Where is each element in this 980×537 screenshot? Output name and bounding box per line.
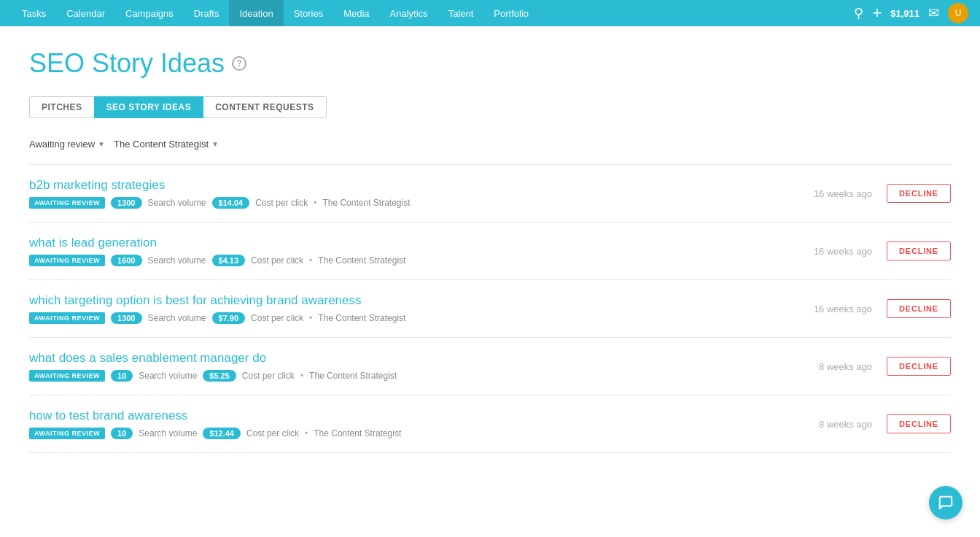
search-volume-badge: 1300 [111,197,141,209]
cpc-badge: $4.13 [212,255,246,266]
nav-item-media[interactable]: Media [333,0,379,26]
story-item: how to test brand awareness AWAITING REV… [29,395,951,453]
story-right: 16 weeks ago DECLINE [769,299,951,318]
mail-icon[interactable]: ✉ [928,5,939,21]
page-title-row: SEO Story Ideas ? [29,48,951,79]
tab-pitches[interactable]: PITCHES [29,96,95,118]
story-item: what does a sales enablement manager do … [29,338,951,395]
story-left: how to test brand awareness AWAITING REV… [29,409,769,439]
story-title-link[interactable]: b2b marketing strategies [29,178,769,193]
story-meta: AWAITING REVIEW 1300 Search volume $14.0… [29,197,769,209]
filters: Awaiting review ▼ The Content Strategist… [29,139,951,150]
source-label: The Content Strategist [314,428,401,439]
story-list: b2b marketing strategies AWAITING REVIEW… [29,165,951,453]
search-volume-badge: 10 [111,428,133,439]
source-filter[interactable]: The Content Strategist ▼ [114,139,219,150]
tab-content-requests[interactable]: CONTENT REQUESTS [203,96,326,118]
cpc-badge: $7.90 [212,312,246,324]
nav-item-tasks[interactable]: Tasks [12,0,56,26]
help-icon[interactable]: ? [232,56,246,71]
time-ago: 16 weeks ago [814,246,872,257]
search-volume-label: Search volume [148,313,206,323]
search-volume-badge: 1600 [111,255,141,266]
dot-separator: • [309,313,312,323]
decline-button[interactable]: DECLINE [887,242,951,260]
story-meta: AWAITING REVIEW 10 Search volume $5.25 C… [29,370,769,382]
nav-links: Tasks Calendar Campaigns Drafts Ideation… [12,0,854,26]
status-badge: AWAITING REVIEW [29,197,105,209]
page-title: SEO Story Ideas [29,48,225,79]
story-title-link[interactable]: what is lead generation [29,236,769,250]
nav-item-portfolio[interactable]: Portfolio [483,0,539,26]
time-ago: 16 weeks ago [814,304,872,314]
source-label: The Content Strategist [322,198,410,208]
story-title-link[interactable]: how to test brand awareness [29,409,769,423]
story-meta: AWAITING REVIEW 1300 Search volume $7.90… [29,312,769,324]
search-icon[interactable]: ⚲ [854,5,863,21]
nav-right: ⚲ + $1,911 ✉ U [854,3,968,23]
source-filter-label: The Content Strategist [114,139,209,150]
nav-item-campaigns[interactable]: Campaigns [115,0,184,26]
chevron-down-icon: ▼ [98,140,105,148]
cpc-label: Cost per click [251,313,303,323]
tab-seo-story-ideas[interactable]: SEO STORY IDEAS [94,96,204,118]
cpc-label: Cost per click [255,198,308,208]
cpc-badge: $12.44 [203,428,241,439]
nav-balance: $1,911 [890,8,919,19]
story-left: which targeting option is best for achie… [29,293,769,324]
status-badge: AWAITING REVIEW [29,255,105,266]
nav-item-stories[interactable]: Stories [284,0,333,26]
decline-button[interactable]: DECLINE [887,357,951,376]
dot-separator: • [314,198,316,208]
decline-button[interactable]: DECLINE [887,299,951,318]
cpc-label: Cost per click [246,428,299,439]
story-left: b2b marketing strategies AWAITING REVIEW… [29,178,769,209]
search-volume-badge: 10 [111,370,133,382]
search-volume-label: Search volume [148,198,206,208]
nav-item-calendar[interactable]: Calendar [56,0,115,26]
story-item: b2b marketing strategies AWAITING REVIEW… [29,165,951,223]
status-badge: AWAITING REVIEW [29,312,105,324]
nav-item-analytics[interactable]: Analytics [380,0,438,26]
story-right: 8 weeks ago DECLINE [769,357,951,376]
story-right: 16 weeks ago DECLINE [769,184,951,203]
nav-item-drafts[interactable]: Drafts [184,0,230,26]
story-right: 8 weeks ago DECLINE [769,414,951,433]
main-nav: Tasks Calendar Campaigns Drafts Ideation… [0,0,980,26]
story-right: 16 weeks ago DECLINE [769,242,951,260]
tabs: PITCHES SEO STORY IDEAS CONTENT REQUESTS [29,96,951,118]
time-ago: 16 weeks ago [814,188,872,199]
cpc-label: Cost per click [242,371,295,381]
story-title-link[interactable]: which targeting option is best for achie… [29,293,769,308]
cpc-badge: $14.04 [212,197,250,209]
search-volume-label: Search volume [139,371,197,381]
story-left: what is lead generation AWAITING REVIEW … [29,236,769,266]
decline-button[interactable]: DECLINE [887,414,951,433]
story-title-link[interactable]: what does a sales enablement manager do [29,351,769,366]
source-label: The Content Strategist [318,313,405,323]
main-content: SEO Story Ideas ? PITCHES SEO STORY IDEA… [0,26,980,482]
status-filter-label: Awaiting review [29,139,95,150]
story-item: what is lead generation AWAITING REVIEW … [29,223,951,280]
decline-button[interactable]: DECLINE [887,184,951,203]
avatar[interactable]: U [948,3,968,23]
chevron-down-icon: ▼ [211,140,219,148]
story-meta: AWAITING REVIEW 1600 Search volume $4.13… [29,255,769,266]
story-meta: AWAITING REVIEW 10 Search volume $12.44 … [29,428,769,439]
search-volume-label: Search volume [139,428,197,439]
time-ago: 8 weeks ago [819,361,872,372]
status-badge: AWAITING REVIEW [29,428,105,439]
status-badge: AWAITING REVIEW [29,370,105,382]
search-volume-label: Search volume [148,255,206,266]
story-item: which targeting option is best for achie… [29,280,951,338]
dot-separator: • [300,371,303,381]
story-left: what does a sales enablement manager do … [29,351,769,382]
search-volume-badge: 1300 [111,312,141,324]
cpc-label: Cost per click [251,255,303,266]
nav-item-ideation[interactable]: Ideation [229,0,283,26]
dot-separator: • [305,428,308,439]
source-label: The Content Strategist [318,255,405,266]
add-icon[interactable]: + [872,4,882,23]
status-filter[interactable]: Awaiting review ▼ [29,139,105,150]
nav-item-talent[interactable]: Talent [438,0,484,26]
